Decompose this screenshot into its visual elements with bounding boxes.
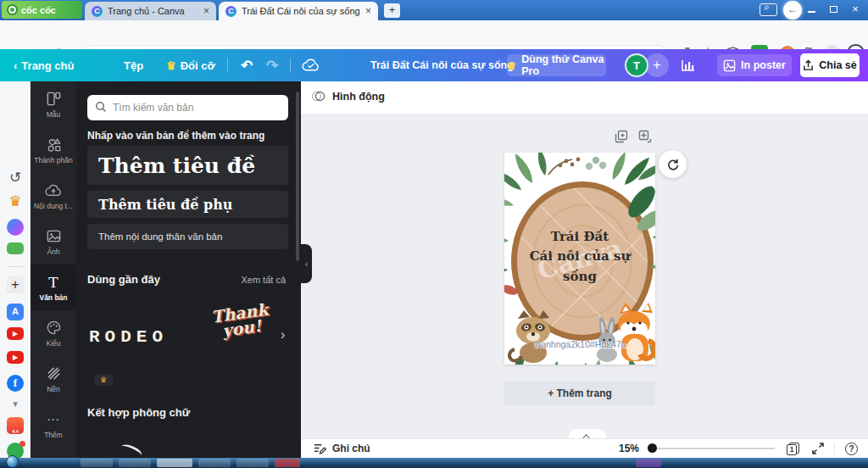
design-page[interactable]: Canva Trái Đất Cái nôi của sự sống thanh… — [504, 153, 655, 365]
add-shortcut-icon[interactable]: + — [7, 276, 24, 293]
youtube-icon[interactable]: ▶ — [7, 327, 24, 340]
chevron-left-icon: ‹ — [14, 59, 17, 72]
see-all-link[interactable]: Xem tất cả — [241, 275, 286, 285]
design-title-text[interactable]: Trái Đất Cái nôi của sự sống — [504, 227, 655, 287]
start-orb-icon[interactable] — [6, 455, 19, 468]
text-icon: T — [45, 274, 62, 291]
screenshot-tool-icon[interactable] — [760, 3, 777, 16]
canva-favicon: C — [225, 6, 236, 17]
help-button[interactable]: ? — [845, 443, 858, 455]
page-count: 1 — [787, 444, 797, 455]
browser-tab-home[interactable]: C Trang chủ - Canva × — [85, 2, 216, 20]
redo-button[interactable]: ↷ — [266, 49, 278, 81]
font-preview-rodeo[interactable]: RODEO — [89, 327, 168, 347]
taskbar-item[interactable] — [636, 459, 661, 467]
nav-item-styles[interactable]: Kiểu — [31, 310, 76, 356]
coccoc-logo-icon — [7, 4, 18, 15]
tab-title: Trang chủ - Canva — [108, 6, 198, 16]
taskbar-item[interactable] — [81, 459, 113, 467]
window-maximize-button[interactable] — [822, 0, 844, 19]
panel-hint-text: Nhấp vào văn bản để thêm vào trang — [87, 130, 264, 142]
history-icon[interactable]: ↺ — [7, 170, 24, 187]
more-dots-icon: ⋯ — [45, 411, 62, 428]
panel-collapse-button[interactable]: ‹ — [301, 244, 312, 283]
resize-button[interactable]: ♛ Đổi cỡ — [166, 49, 215, 81]
add-heading-button[interactable]: Thêm tiêu đề — [87, 146, 288, 185]
taskbar-item-active[interactable] — [157, 459, 192, 467]
font-preview-thank-you[interactable]: Thank you! — [200, 300, 281, 342]
browser-tab-design[interactable]: C Trái Đất Cái nôi của sự sống × — [219, 2, 378, 20]
text-panel: Nhấp vào văn bản để thêm vào trang Thêm … — [76, 81, 301, 458]
fullscreen-icon[interactable] — [812, 443, 824, 454]
nav-item-more[interactable]: ⋯ Thêm — [31, 402, 76, 448]
save-status-cloud-icon — [302, 49, 320, 81]
regenerate-button[interactable] — [659, 150, 687, 178]
file-menu-button[interactable]: Tệp — [124, 49, 143, 81]
print-poster-button[interactable]: In poster — [717, 54, 792, 76]
facebook-icon[interactable]: f — [7, 375, 24, 392]
new-tab-button[interactable]: + — [384, 3, 400, 18]
animate-icon — [312, 89, 326, 103]
nav-item-templates[interactable]: Mẫu — [31, 81, 76, 127]
tab-close-icon[interactable]: × — [365, 5, 371, 17]
youtube-icon[interactable]: ▶ — [7, 351, 24, 364]
taskbar-item[interactable] — [119, 459, 151, 467]
share-button[interactable]: Chia sẻ — [800, 53, 860, 77]
canva-favicon: C — [92, 6, 103, 17]
home-button[interactable]: ‹ Trang chủ — [14, 49, 74, 81]
insights-chart-icon[interactable] — [680, 49, 697, 81]
add-subheading-button[interactable]: Thêm tiêu đề phụ — [87, 191, 288, 218]
page-manager-button[interactable]: 1 — [787, 443, 800, 455]
nav-item-text[interactable]: T Văn bản — [31, 265, 76, 310]
document-title[interactable]: Trái Đất Cái nôi của sự sống — [370, 49, 514, 81]
app-root: cốc cốc C Trang chủ - Canva × C Trái Đất… — [0, 0, 868, 468]
add-page-button[interactable]: + Thêm trang — [504, 382, 655, 405]
window-close-button[interactable]: × — [844, 0, 866, 19]
user-avatar[interactable]: T — [625, 53, 648, 77]
taskbar-item[interactable] — [198, 459, 231, 467]
background-hatch-icon — [45, 365, 62, 382]
canva-nav-rail: Mẫu Thành phần Nội dung t... Ảnh T Văn b… — [31, 81, 76, 458]
carousel-next-icon[interactable]: › — [281, 327, 285, 343]
nav-item-background[interactable]: Nền — [31, 356, 76, 402]
animate-label: Hình động — [332, 91, 385, 103]
nav-item-photos[interactable]: Ảnh — [31, 219, 76, 265]
search-input[interactable] — [87, 95, 288, 120]
coccoc-brand-button[interactable]: cốc cốc — [2, 1, 82, 19]
notes-button[interactable]: Ghi chú — [313, 443, 370, 454]
notes-pencil-icon — [313, 443, 326, 454]
messenger-icon[interactable] — [7, 219, 24, 236]
nav-item-elements[interactable]: Thành phần — [31, 127, 76, 173]
undo-button[interactable]: ↶ — [241, 49, 253, 81]
panel-scrollbar[interactable] — [296, 92, 299, 261]
add-body-text-button[interactable]: Thêm nội dung thân văn bản — [87, 224, 288, 249]
zoom-slider[interactable] — [648, 448, 775, 449]
add-member-button[interactable]: + — [645, 53, 669, 77]
caret-down-icon[interactable]: ▾ — [7, 395, 24, 412]
taskbar-item[interactable] — [236, 459, 269, 467]
duplicate-page-icon[interactable] — [615, 130, 628, 143]
browser-toolbar: ← → ↻ canva.com/design/DAE8uCCUdBc/UNqHg… — [0, 20, 868, 49]
crown-icon: ♛ — [166, 59, 176, 72]
minimize-icon — [808, 11, 815, 13]
user-watermark-text: thanhnga2k10#Hd247u — [504, 339, 655, 349]
divider — [227, 58, 228, 73]
notes-label: Ghi chú — [332, 443, 370, 454]
taskbar-item[interactable] — [275, 459, 300, 467]
add-page-icon[interactable] — [638, 130, 652, 143]
templates-icon — [45, 91, 62, 108]
translate-icon[interactable]: A — [7, 304, 24, 320]
animate-button[interactable]: Hình động — [312, 89, 385, 103]
home-label: Trang chủ — [21, 59, 74, 72]
games-gamepad-icon[interactable] — [7, 242, 24, 254]
nav-item-uploads[interactable]: Nội dung t... — [31, 173, 76, 219]
zoom-slider-knob[interactable] — [648, 443, 657, 453]
window-minimize-button[interactable] — [800, 0, 822, 19]
tab-close-icon[interactable]: × — [203, 5, 209, 17]
shopee-app-icon[interactable]: 4.4 — [7, 417, 24, 434]
try-pro-button[interactable]: ♛ Dùng thử Canva Pro — [507, 54, 606, 76]
divider — [834, 443, 835, 454]
vip-crown-icon[interactable]: ♛ — [7, 193, 24, 210]
photos-icon — [45, 228, 62, 245]
sidebar-toggle-icon[interactable]: ← — [783, 1, 802, 20]
